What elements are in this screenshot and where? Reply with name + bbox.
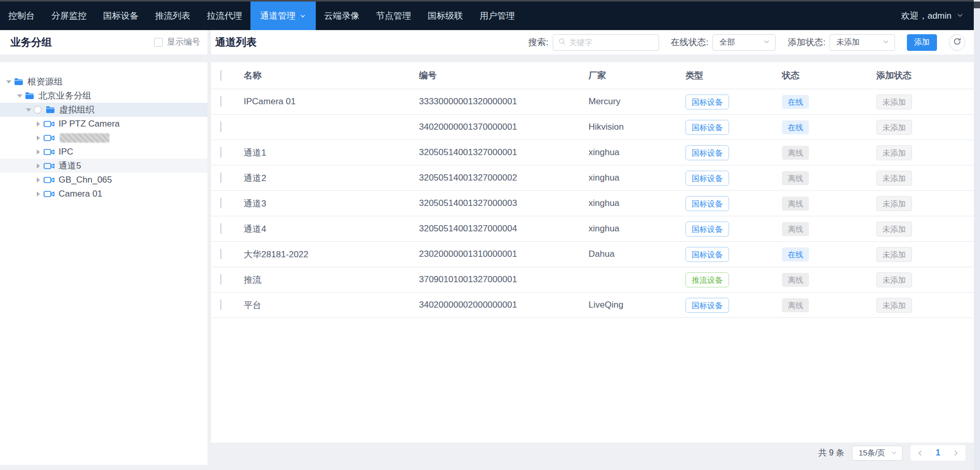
online-status-select[interactable]: 全部 bbox=[712, 34, 776, 51]
tree-caret-icon[interactable] bbox=[17, 94, 22, 98]
nav-item-节点管理[interactable]: 节点管理 bbox=[368, 2, 419, 30]
show-number-label: 显示编号 bbox=[167, 37, 200, 48]
row-checkbox[interactable] bbox=[220, 248, 221, 259]
type-badge[interactable]: 国标设备 bbox=[685, 222, 729, 237]
nav-item-云端录像[interactable]: 云端录像 bbox=[316, 2, 368, 30]
added-badge[interactable]: 未添加 bbox=[876, 145, 912, 160]
tree-caret-icon[interactable] bbox=[37, 163, 40, 169]
table-row: 34020000001370000001 Hikvision 国标设备 在线 未… bbox=[211, 115, 974, 140]
nav-item-国标级联[interactable]: 国标级联 bbox=[419, 2, 471, 30]
table-body: IPCamera 01 33330000001320000001 Mercury… bbox=[211, 89, 974, 318]
type-badge[interactable]: 国标设备 bbox=[685, 196, 729, 211]
tree-node[interactable]: IP PTZ Camera bbox=[0, 117, 207, 131]
nav-item-控制台[interactable]: 控制台 bbox=[0, 2, 43, 30]
added-badge[interactable]: 未添加 bbox=[876, 120, 912, 135]
status-badge[interactable]: 离线 bbox=[782, 171, 809, 185]
pagination-bar: 共 9 条 15条/页 1 bbox=[211, 441, 974, 464]
show-number-toggle[interactable]: 显示编号 bbox=[154, 37, 200, 48]
tree-node[interactable]: 北京业务分组 bbox=[0, 89, 207, 103]
tree-node[interactable]: Camera 01 bbox=[0, 187, 207, 201]
current-page[interactable]: 1 bbox=[936, 448, 941, 458]
status-badge[interactable]: 离线 bbox=[782, 222, 809, 236]
added-badge[interactable]: 未添加 bbox=[876, 196, 912, 211]
total-count: 共 9 条 bbox=[818, 448, 844, 459]
added-badge[interactable]: 未添加 bbox=[876, 272, 912, 287]
search-input[interactable] bbox=[569, 38, 673, 47]
prev-page-button[interactable] bbox=[917, 450, 923, 457]
row-checkbox[interactable] bbox=[220, 96, 221, 107]
row-checkbox[interactable] bbox=[220, 147, 221, 158]
header-added: 添加状态 bbox=[876, 70, 974, 81]
nav-item-用户管理[interactable]: 用户管理 bbox=[471, 2, 523, 30]
header-id: 编号 bbox=[419, 70, 589, 81]
status-badge[interactable]: 在线 bbox=[782, 95, 809, 109]
toolbar: 搜索: 在线状态: 全部 添加状态: bbox=[528, 34, 965, 51]
row-checkbox[interactable] bbox=[220, 274, 221, 285]
nav-item-通道管理[interactable]: 通道管理 bbox=[250, 2, 316, 30]
nav-item-拉流代理[interactable]: 拉流代理 bbox=[199, 2, 250, 30]
user-menu[interactable]: 欢迎，admin bbox=[901, 2, 974, 30]
row-checkbox[interactable] bbox=[220, 198, 221, 209]
scrollbar-thumb[interactable] bbox=[974, 2, 980, 8]
status-badge[interactable]: 在线 bbox=[782, 120, 809, 134]
table-header-row: 名称 编号 厂家 类型 状态 添加状态 bbox=[211, 62, 974, 89]
page-size-value: 15条/页 bbox=[859, 448, 885, 458]
search-icon bbox=[558, 38, 566, 47]
type-badge[interactable]: 国标设备 bbox=[685, 94, 729, 109]
tree-caret-icon[interactable] bbox=[37, 121, 40, 127]
added-status-label: 添加状态: bbox=[788, 36, 825, 48]
tree-node[interactable]: 根资源组 bbox=[0, 75, 207, 89]
added-badge[interactable]: 未添加 bbox=[876, 222, 912, 237]
added-badge[interactable]: 未添加 bbox=[876, 171, 912, 186]
show-number-checkbox[interactable] bbox=[154, 38, 163, 47]
tree-caret-icon[interactable] bbox=[6, 80, 11, 84]
row-checkbox[interactable] bbox=[220, 121, 221, 132]
cell-vendor: xinghua bbox=[589, 147, 685, 158]
tree-node[interactable]: 通道5 bbox=[0, 159, 207, 173]
next-page-button[interactable] bbox=[953, 450, 959, 457]
type-badge[interactable]: 国标设备 bbox=[685, 298, 729, 313]
refresh-button[interactable] bbox=[949, 34, 965, 51]
tree-node[interactable]: GB_Chn_065 bbox=[0, 173, 207, 187]
tree-radio[interactable] bbox=[34, 106, 41, 114]
status-badge[interactable]: 离线 bbox=[782, 146, 809, 160]
added-status-select[interactable]: 未添加 bbox=[830, 34, 895, 51]
tree-caret-icon[interactable] bbox=[37, 191, 40, 197]
nav-item-分屏监控[interactable]: 分屏监控 bbox=[43, 2, 95, 30]
cell-vendor: Mercury bbox=[589, 96, 685, 107]
status-badge[interactable]: 离线 bbox=[782, 273, 809, 287]
added-badge[interactable]: 未添加 bbox=[876, 94, 912, 109]
nav-item-推流列表[interactable]: 推流列表 bbox=[147, 2, 199, 30]
status-badge[interactable]: 离线 bbox=[782, 197, 809, 211]
search-box[interactable] bbox=[553, 34, 659, 51]
page-size-select[interactable]: 15条/页 bbox=[852, 446, 903, 461]
type-badge[interactable]: 推流设备 bbox=[685, 272, 729, 287]
tree-caret-icon[interactable] bbox=[37, 177, 40, 183]
folder-icon bbox=[14, 78, 23, 86]
nav-item-国标设备[interactable]: 国标设备 bbox=[95, 2, 147, 30]
added-badge[interactable]: 未添加 bbox=[876, 247, 912, 262]
type-badge[interactable]: 国标设备 bbox=[685, 247, 729, 262]
status-badge[interactable]: 在线 bbox=[782, 247, 809, 261]
tree-node[interactable]: 虚拟组织 bbox=[0, 103, 207, 117]
select-all-checkbox[interactable] bbox=[220, 70, 221, 81]
row-checkbox[interactable] bbox=[220, 299, 221, 310]
tree-node[interactable]: IPC bbox=[0, 145, 207, 159]
tree-caret-icon[interactable] bbox=[37, 149, 40, 155]
added-badge[interactable]: 未添加 bbox=[876, 298, 912, 313]
type-badge[interactable]: 国标设备 bbox=[685, 120, 729, 135]
online-status-label: 在线状态: bbox=[671, 36, 709, 48]
tree-node[interactable] bbox=[0, 131, 207, 145]
type-badge[interactable]: 国标设备 bbox=[685, 145, 729, 160]
tree-caret-icon[interactable] bbox=[37, 135, 40, 141]
tree-caret-icon[interactable] bbox=[26, 108, 31, 112]
type-badge[interactable]: 国标设备 bbox=[685, 171, 729, 186]
tree-node-label: 北京业务分组 bbox=[38, 90, 91, 102]
row-checkbox[interactable] bbox=[220, 223, 221, 234]
add-button[interactable]: 添加 bbox=[907, 34, 937, 51]
row-checkbox[interactable] bbox=[220, 172, 221, 183]
page-scrollbar[interactable] bbox=[974, 0, 980, 470]
status-badge[interactable]: 离线 bbox=[782, 298, 809, 312]
tree-node-label: 虚拟组织 bbox=[59, 104, 94, 116]
header-status: 状态 bbox=[782, 70, 876, 81]
